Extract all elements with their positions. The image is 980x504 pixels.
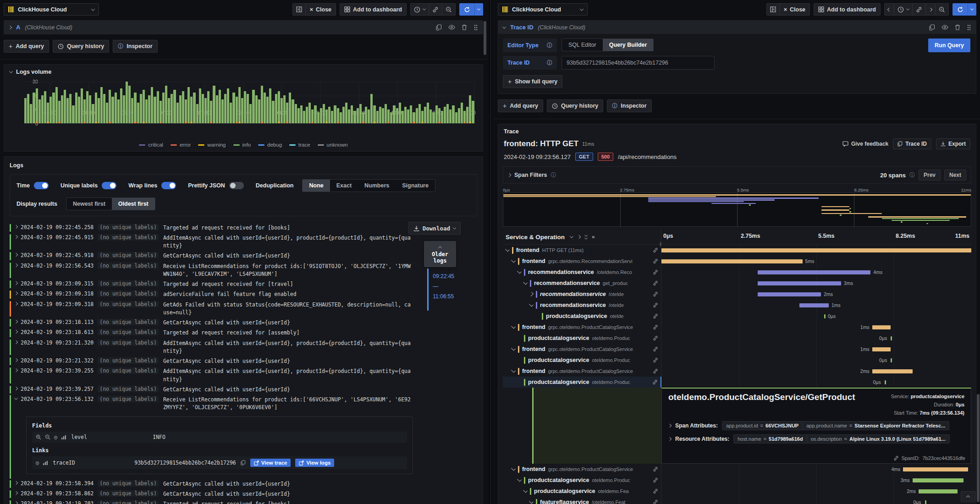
collapse-span-icon[interactable] bbox=[529, 499, 534, 504]
chevron-right-icon[interactable] bbox=[668, 437, 672, 441]
log-row[interactable]: 2024-02-19 09:23:21.322(no unique labels… bbox=[10, 356, 413, 367]
expand-log-icon[interactable] bbox=[14, 358, 18, 362]
span-link-icon[interactable] bbox=[653, 477, 661, 483]
expand-chevron-right-icon[interactable] bbox=[577, 235, 581, 239]
log-row[interactable]: 2024-02-19 09:23:39.257(no unique labels… bbox=[10, 384, 413, 394]
run-query-button[interactable]: Run Query bbox=[928, 38, 970, 52]
span-row[interactable]: recommendationservice/oteldemo.Reco4ms bbox=[503, 267, 971, 278]
duplicate-query-icon[interactable] bbox=[436, 24, 442, 31]
trace-minimap[interactable]: 0μs2.75ms5.5ms8.25ms11ms bbox=[503, 187, 971, 227]
span-row[interactable]: productcatalogserviceoteldemo.Produc0μs bbox=[503, 355, 971, 366]
drag-handle-icon[interactable] bbox=[473, 24, 478, 31]
legend-item-warning[interactable]: warning bbox=[198, 142, 226, 148]
zoom-out-button[interactable] bbox=[935, 3, 949, 16]
drag-handle-icon[interactable] bbox=[967, 24, 971, 31]
collapse-span-icon[interactable] bbox=[511, 466, 516, 471]
inspector-button[interactable]: ⓘ Inspector bbox=[607, 99, 651, 112]
expand-log-icon[interactable] bbox=[14, 235, 18, 239]
expand-log-icon[interactable] bbox=[14, 481, 18, 484]
copy-trace-id-button[interactable]: Trace ID bbox=[893, 138, 931, 149]
run-query-refresh-button[interactable] bbox=[459, 3, 475, 16]
collapse-span-icon[interactable] bbox=[511, 346, 516, 351]
split-pane-button[interactable] bbox=[766, 3, 780, 16]
close-split-button[interactable]: ×Close bbox=[305, 3, 336, 16]
span-row[interactable]: featureflagservice/oteldemo.Feat0μs bbox=[503, 497, 971, 504]
expand-log-icon[interactable] bbox=[14, 501, 18, 504]
sort-chevron-down-icon[interactable] bbox=[570, 234, 573, 238]
expand-log-icon[interactable] bbox=[14, 263, 18, 267]
span-row[interactable]: recommendationservice/otelde1ms bbox=[503, 300, 971, 311]
left-datasource-picker[interactable]: ClickHouse Cloud bbox=[4, 3, 99, 16]
expand-log-icon[interactable] bbox=[14, 340, 18, 344]
unique-labels-toggle-switch[interactable] bbox=[102, 182, 116, 189]
add-query-button[interactable]: +Add query bbox=[4, 40, 49, 53]
chevron-right-icon[interactable] bbox=[668, 424, 672, 427]
collapse-span-icon[interactable] bbox=[511, 258, 516, 263]
log-row[interactable]: 2024-02-19 09:23:09.315(no unique labels… bbox=[10, 279, 413, 290]
right-datasource-picker[interactable]: ClickHouse Cloud bbox=[498, 3, 588, 16]
query-history-button[interactable]: Query history bbox=[53, 40, 109, 53]
log-row[interactable]: 2024-02-19 09:22:45.258(no unique labels… bbox=[10, 223, 413, 233]
trace-query-header[interactable]: Trace ID (ClickHouse Cloud) bbox=[498, 21, 976, 34]
legend-item-error[interactable]: error bbox=[171, 142, 191, 148]
refresh-interval-dropdown[interactable] bbox=[474, 3, 483, 16]
logs-volume-header[interactable]: Logs volume bbox=[4, 65, 483, 77]
add-to-dashboard-button[interactable]: Add to dashboard bbox=[340, 3, 407, 16]
link-row[interactable]: ◎traceID93b5d327129815e4bb26bc74e2b17296… bbox=[32, 456, 407, 469]
run-query-refresh-button[interactable] bbox=[952, 3, 968, 16]
collapse-query-icon[interactable] bbox=[8, 25, 12, 29]
view-logs-button[interactable]: View logs bbox=[295, 459, 334, 467]
span-row[interactable]: frontendgrpc.oteldemo.ProductCatalogServ… bbox=[503, 344, 971, 355]
legend-item-debug[interactable]: debug bbox=[258, 142, 282, 148]
span-row[interactable]: productcatalogserviceoteldemo.Produc3ms bbox=[503, 475, 971, 486]
inspector-button[interactable]: ⓘ Inspector bbox=[113, 40, 157, 53]
query-history-button[interactable]: Query history bbox=[547, 99, 603, 112]
expand-log-icon[interactable] bbox=[14, 330, 18, 334]
span-link-icon[interactable] bbox=[653, 346, 661, 352]
right-pane-scrollbar[interactable] bbox=[977, 394, 980, 502]
collapse-all-icon[interactable] bbox=[585, 235, 587, 240]
log-row[interactable]: 2024-02-19 09:23:58.862(no unique labels… bbox=[10, 489, 413, 499]
dedup-option-none[interactable]: None bbox=[303, 180, 330, 192]
span-bar[interactable] bbox=[758, 292, 821, 296]
add-to-dashboard-button[interactable]: Add to dashboard bbox=[814, 3, 881, 16]
span-link-icon[interactable] bbox=[653, 335, 661, 341]
expand-log-icon[interactable] bbox=[14, 491, 18, 495]
collapse-span-icon[interactable] bbox=[511, 324, 516, 329]
older-logs-button[interactable]: Older logs bbox=[424, 241, 456, 267]
expand-log-icon[interactable] bbox=[14, 301, 18, 305]
span-row[interactable]: frontendgrpc.oteldemo.RecommendationServ… bbox=[503, 256, 971, 267]
expand-all-icon[interactable]: » bbox=[592, 234, 595, 240]
span-bar[interactable] bbox=[919, 489, 958, 493]
span-bar[interactable] bbox=[872, 347, 891, 351]
dedup-option-numbers[interactable]: Numbers bbox=[358, 180, 396, 192]
log-row[interactable]: 2024-02-19 09:23:58.394(no unique labels… bbox=[10, 479, 413, 489]
zoom-out-button[interactable] bbox=[442, 3, 456, 16]
show-full-query-button[interactable]: + Show full query bbox=[503, 75, 562, 88]
order-option-newest-first[interactable]: Newest first bbox=[66, 198, 112, 210]
legend-item-unknown[interactable]: unknown bbox=[318, 142, 348, 148]
collapse-query-icon[interactable] bbox=[502, 25, 506, 28]
span-link-icon[interactable] bbox=[653, 499, 661, 504]
close-split-button[interactable]: ×Close bbox=[779, 3, 810, 16]
span-bar[interactable] bbox=[661, 259, 803, 263]
expand-log-icon[interactable] bbox=[14, 320, 18, 323]
download-logs-button[interactable]: Download bbox=[408, 222, 461, 235]
left-query-header[interactable]: A (ClickHouse Cloud) bbox=[4, 21, 483, 34]
hide-query-eye-icon[interactable] bbox=[448, 25, 455, 30]
give-feedback-button[interactable]: Give feedback bbox=[842, 141, 888, 147]
span-bar[interactable] bbox=[799, 303, 829, 307]
time-range-picker[interactable] bbox=[410, 3, 429, 16]
filter-for-icon[interactable] bbox=[36, 434, 41, 440]
span-row[interactable]: frontendHTTP GET (11ms) bbox=[503, 245, 971, 256]
prev-span-button[interactable]: Prev bbox=[919, 170, 941, 181]
log-row[interactable]: 2024-02-19 09:22:45.918(no unique labels… bbox=[10, 251, 413, 261]
expand-log-icon[interactable] bbox=[14, 225, 18, 228]
collapse-log-icon[interactable] bbox=[14, 396, 18, 400]
collapse-panel-icon[interactable] bbox=[9, 69, 13, 73]
collapse-span-icon[interactable] bbox=[517, 477, 522, 482]
expand-log-icon[interactable] bbox=[14, 291, 18, 295]
span-tick[interactable] bbox=[891, 358, 892, 362]
log-row[interactable]: 2024-02-19 09:22:45.915(no unique labels… bbox=[10, 233, 413, 251]
expand-span-icon[interactable] bbox=[529, 292, 534, 296]
